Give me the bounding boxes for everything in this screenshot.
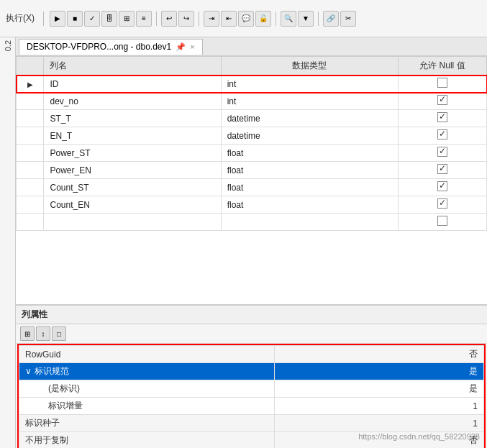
nullable-checkbox[interactable] xyxy=(437,147,447,157)
uncomment-icon[interactable]: 🔓 xyxy=(255,11,271,27)
col-name-cell: Power_ST xyxy=(44,145,221,162)
col-name-cell: Count_ST xyxy=(44,179,221,196)
comment-icon[interactable]: 💬 xyxy=(238,11,254,27)
stop-icon[interactable]: ■ xyxy=(67,11,83,27)
prop-value: 1 xyxy=(275,415,484,432)
unindent-icon[interactable]: ⇤ xyxy=(221,11,237,27)
expand-icon[interactable]: ∨ xyxy=(25,366,32,376)
prop-row[interactable]: 标识增量1 xyxy=(19,398,484,415)
prop-value: 1 xyxy=(275,398,484,415)
row-arrow xyxy=(17,162,44,179)
prop-row[interactable]: ∨标识规范是 xyxy=(19,363,484,380)
col-name-cell: ID xyxy=(44,76,221,93)
col-nullable-cell[interactable] xyxy=(398,196,486,214)
nullable-checkbox[interactable] xyxy=(437,164,447,174)
redo-icon[interactable]: ↪ xyxy=(178,11,194,27)
schema-table: 列名 数据类型 允许 Null 值 ▶IDintdev_nointST_Tdat… xyxy=(16,56,487,231)
col-name-cell: Power_EN xyxy=(44,162,221,179)
col-nullable-cell[interactable] xyxy=(398,179,486,196)
col-nullable-cell[interactable] xyxy=(398,110,486,127)
table-icon[interactable]: ⊞ xyxy=(119,11,135,27)
prop-label: RowGuid xyxy=(19,346,275,363)
nullable-checkbox[interactable] xyxy=(437,112,447,122)
col-type-cell: float xyxy=(221,162,398,179)
prop-expand-icon[interactable]: □ xyxy=(52,326,66,341)
indent-icon[interactable]: ⇥ xyxy=(204,11,219,27)
execute-label: 执行(X) xyxy=(6,12,35,24)
prop-sort-icon[interactable]: ↕ xyxy=(36,326,50,341)
prop-row[interactable]: 标识种子1 xyxy=(19,415,484,432)
tab-pin-icon[interactable]: 📌 xyxy=(176,42,186,52)
col-nullable-cell[interactable] xyxy=(398,214,486,231)
table-row[interactable]: Power_ENfloat xyxy=(17,162,487,179)
prop-row[interactable]: RowGuid否 xyxy=(19,346,484,363)
parse-icon[interactable]: ✓ xyxy=(84,11,100,27)
left-sidebar: 0.2 xyxy=(0,37,16,448)
col-nullable-cell[interactable] xyxy=(398,145,486,162)
prop-grid-icon[interactable]: ⊞ xyxy=(20,326,35,341)
prop-label: ∨标识规范 xyxy=(19,363,275,380)
nullable-checkbox[interactable] xyxy=(437,216,447,226)
row-arrow: ▶ xyxy=(17,76,44,93)
table-row[interactable] xyxy=(17,214,487,231)
nullable-checkbox[interactable] xyxy=(437,95,447,105)
undo-icon[interactable]: ↩ xyxy=(161,11,177,27)
disconnect-icon[interactable]: ✂ xyxy=(340,11,356,27)
row-arrow xyxy=(17,179,44,196)
nullable-checkbox[interactable] xyxy=(437,78,447,88)
db-icon[interactable]: 🗄 xyxy=(101,11,117,27)
nullable-checkbox[interactable] xyxy=(437,198,447,209)
separator-5 xyxy=(318,12,319,26)
nullable-checkbox[interactable] xyxy=(437,181,447,191)
filter-icon[interactable]: ▼ xyxy=(298,11,314,27)
col-name-cell: EN_T xyxy=(44,127,221,145)
table-row[interactable]: EN_Tdatetime xyxy=(17,127,487,145)
main-tab[interactable]: DESKTOP-VFDPRO...ong - dbo.dev1 📌 × xyxy=(19,39,203,55)
col-nullable-cell[interactable] xyxy=(398,127,486,145)
table-row[interactable]: Power_STfloat xyxy=(17,145,487,162)
nullable-checkbox[interactable] xyxy=(437,129,447,140)
col-arrow-header xyxy=(17,57,44,76)
prop-value: 是 xyxy=(275,380,484,398)
run-icon[interactable]: ▶ xyxy=(50,11,65,27)
properties-toolbar: ⊞ ↕ □ xyxy=(16,324,487,344)
tab-bar: DESKTOP-VFDPRO...ong - dbo.dev1 📌 × xyxy=(16,37,487,56)
toolbar: 执行(X) ▶ ■ ✓ 🗄 ⊞ ≡ ↩ ↪ ⇥ ⇤ 💬 🔓 🔍 ▼ 🔗 ✂ xyxy=(0,0,487,37)
search-icon[interactable]: 🔍 xyxy=(281,11,296,27)
prop-label: 标识增量 xyxy=(19,398,275,415)
separator-1 xyxy=(43,12,44,26)
col-name-cell: Count_EN xyxy=(44,196,221,214)
table-row[interactable]: Count_STfloat xyxy=(17,179,487,196)
prop-value: 是 xyxy=(275,363,484,380)
row-arrow xyxy=(17,196,44,214)
main-area: 0.2 DESKTOP-VFDPRO...ong - dbo.dev1 📌 × … xyxy=(0,37,487,448)
table-area: 列名 数据类型 允许 Null 值 ▶IDintdev_nointST_Tdat… xyxy=(16,56,487,304)
prop-label: 标识种子 xyxy=(19,415,275,432)
watermark: https://blog.csdn.net/qq_58220938 xyxy=(358,432,480,441)
connect-icon[interactable]: 🔗 xyxy=(323,11,339,27)
prop-row[interactable]: (是标识)是 xyxy=(19,380,484,398)
col-type-cell: datetime xyxy=(221,110,398,127)
table-row[interactable]: ST_Tdatetime xyxy=(17,110,487,127)
col-type-cell: int xyxy=(221,93,398,110)
col-nullable-cell[interactable] xyxy=(398,162,486,179)
row-arrow xyxy=(17,214,44,231)
separator-3 xyxy=(199,12,199,26)
col-nullable-cell[interactable] xyxy=(398,76,486,93)
col-null-header: 允许 Null 值 xyxy=(398,57,486,76)
table-row[interactable]: Count_ENfloat xyxy=(17,196,487,214)
col-type-cell: float xyxy=(221,179,398,196)
row-arrow xyxy=(17,145,44,162)
col-type-cell: datetime xyxy=(221,127,398,145)
table-header-row: 列名 数据类型 允许 Null 值 xyxy=(17,57,487,76)
table-row[interactable]: dev_noint xyxy=(17,93,487,110)
row-arrow xyxy=(17,127,44,145)
results-icon[interactable]: ≡ xyxy=(136,11,152,27)
tab-close-icon[interactable]: × xyxy=(190,42,194,51)
col-type-cell: int xyxy=(221,76,398,93)
row-arrow xyxy=(17,93,44,110)
table-row[interactable]: ▶IDint xyxy=(17,76,487,93)
properties-title: 列属性 xyxy=(16,306,487,324)
row-arrow xyxy=(17,110,44,127)
col-nullable-cell[interactable] xyxy=(398,93,486,110)
